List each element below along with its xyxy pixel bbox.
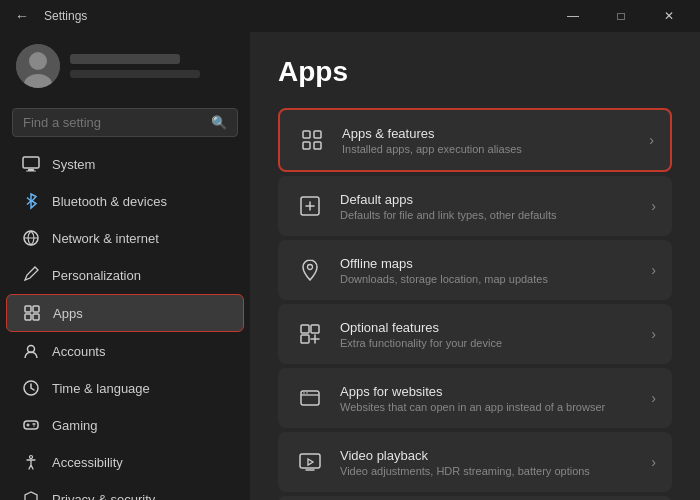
user-info xyxy=(70,54,200,78)
time-icon xyxy=(22,379,40,397)
sidebar-item-label: Bluetooth & devices xyxy=(52,194,167,209)
settings-item-title: Apps for websites xyxy=(340,384,637,399)
chevron-right-icon: › xyxy=(651,390,656,406)
video-playback-icon xyxy=(294,446,326,478)
settings-item-title: Apps & features xyxy=(342,126,635,141)
sidebar-item-accessibility[interactable]: Accessibility xyxy=(6,444,244,480)
settings-item-text: Video playback Video adjustments, HDR st… xyxy=(340,448,637,477)
svg-rect-18 xyxy=(314,142,321,149)
sidebar-item-gaming[interactable]: Gaming xyxy=(6,407,244,443)
settings-item-apps-websites[interactable]: Apps for websites Websites that can open… xyxy=(278,368,672,428)
bluetooth-icon xyxy=(22,192,40,210)
settings-item-title: Optional features xyxy=(340,320,637,335)
accounts-icon xyxy=(22,342,40,360)
svg-rect-22 xyxy=(311,325,319,333)
settings-item-title: Offline maps xyxy=(340,256,637,271)
offline-maps-icon xyxy=(294,254,326,286)
gaming-icon xyxy=(22,416,40,434)
settings-item-desc: Extra functionality for your device xyxy=(340,337,637,349)
privacy-icon xyxy=(22,490,40,500)
settings-item-offline-maps[interactable]: Offline maps Downloads, storage location… xyxy=(278,240,672,300)
minimize-button[interactable]: — xyxy=(550,0,596,32)
sidebar-item-bluetooth[interactable]: Bluetooth & devices xyxy=(6,183,244,219)
settings-item-title: Video playback xyxy=(340,448,637,463)
apps-websites-icon xyxy=(294,382,326,414)
settings-item-text: Offline maps Downloads, storage location… xyxy=(340,256,637,285)
page-title: Apps xyxy=(278,56,672,88)
sidebar-item-label: System xyxy=(52,157,95,172)
chevron-right-icon: › xyxy=(649,132,654,148)
svg-rect-15 xyxy=(303,131,310,138)
svg-rect-10 xyxy=(33,314,39,320)
content-area: Apps Apps & features Installed apps, app… xyxy=(250,32,700,500)
user-profile[interactable] xyxy=(0,32,250,100)
svg-rect-9 xyxy=(25,314,31,320)
svg-rect-27 xyxy=(300,454,320,468)
settings-list: Apps & features Installed apps, app exec… xyxy=(278,108,672,500)
sidebar-item-label: Accessibility xyxy=(52,455,123,470)
settings-item-text: Apps & features Installed apps, app exec… xyxy=(342,126,635,155)
apps-icon xyxy=(23,304,41,322)
accessibility-icon xyxy=(22,453,40,471)
sidebar-item-label: Apps xyxy=(53,306,83,321)
search-input[interactable] xyxy=(23,115,203,130)
settings-item-text: Apps for websites Websites that can open… xyxy=(340,384,637,413)
sidebar-item-label: Time & language xyxy=(52,381,150,396)
sidebar-item-personalization[interactable]: Personalization xyxy=(6,257,244,293)
settings-item-startup[interactable]: Startup Apps that start automatically wh… xyxy=(278,496,672,500)
titlebar-controls: — □ ✕ xyxy=(550,0,692,32)
back-button[interactable]: ← xyxy=(8,2,36,30)
titlebar-left: ← Settings xyxy=(8,2,87,30)
svg-rect-5 xyxy=(26,171,36,172)
svg-point-20 xyxy=(308,265,313,270)
close-button[interactable]: ✕ xyxy=(646,0,692,32)
settings-item-video-playback[interactable]: Video playback Video adjustments, HDR st… xyxy=(278,432,672,492)
svg-point-26 xyxy=(306,392,308,394)
sidebar-item-label: Gaming xyxy=(52,418,98,433)
sidebar-item-accounts[interactable]: Accounts xyxy=(6,333,244,369)
main-layout: 🔍 System Bluetooth & devices Network & i… xyxy=(0,32,700,500)
search-box[interactable]: 🔍 xyxy=(12,108,238,137)
default-apps-icon xyxy=(294,190,326,222)
titlebar: ← Settings — □ ✕ xyxy=(0,0,700,32)
svg-rect-21 xyxy=(301,325,309,333)
search-icon: 🔍 xyxy=(211,115,227,130)
settings-item-desc: Websites that can open in an app instead… xyxy=(340,401,637,413)
sidebar-item-label: Accounts xyxy=(52,344,105,359)
sidebar-item-time[interactable]: Time & language xyxy=(6,370,244,406)
svg-rect-3 xyxy=(23,157,39,168)
personalization-icon xyxy=(22,266,40,284)
nav-list: System Bluetooth & devices Network & int… xyxy=(0,145,250,500)
chevron-right-icon: › xyxy=(651,326,656,342)
settings-item-optional-features[interactable]: Optional features Extra functionality fo… xyxy=(278,304,672,364)
svg-point-14 xyxy=(30,456,33,459)
sidebar-item-label: Privacy & security xyxy=(52,492,155,501)
settings-item-apps-features[interactable]: Apps & features Installed apps, app exec… xyxy=(278,108,672,172)
svg-point-1 xyxy=(29,52,47,70)
chevron-right-icon: › xyxy=(651,454,656,470)
maximize-button[interactable]: □ xyxy=(598,0,644,32)
sidebar-item-label: Personalization xyxy=(52,268,141,283)
svg-rect-8 xyxy=(33,306,39,312)
settings-item-text: Default apps Defaults for file and link … xyxy=(340,192,637,221)
avatar xyxy=(16,44,60,88)
settings-item-desc: Defaults for file and link types, other … xyxy=(340,209,637,221)
optional-features-icon xyxy=(294,318,326,350)
svg-point-25 xyxy=(303,392,305,394)
sidebar-item-privacy[interactable]: Privacy & security xyxy=(6,481,244,500)
network-icon xyxy=(22,229,40,247)
settings-item-default-apps[interactable]: Default apps Defaults for file and link … xyxy=(278,176,672,236)
sidebar-item-network[interactable]: Network & internet xyxy=(6,220,244,256)
svg-rect-17 xyxy=(303,142,310,149)
sidebar-item-system[interactable]: System xyxy=(6,146,244,182)
chevron-right-icon: › xyxy=(651,262,656,278)
user-name xyxy=(70,54,180,64)
settings-item-text: Optional features Extra functionality fo… xyxy=(340,320,637,349)
titlebar-title: Settings xyxy=(44,9,87,23)
chevron-right-icon: › xyxy=(651,198,656,214)
sidebar-item-apps[interactable]: Apps xyxy=(6,294,244,332)
sidebar-item-label: Network & internet xyxy=(52,231,159,246)
svg-rect-7 xyxy=(25,306,31,312)
settings-item-desc: Installed apps, app execution aliases xyxy=(342,143,635,155)
svg-rect-23 xyxy=(301,335,309,343)
